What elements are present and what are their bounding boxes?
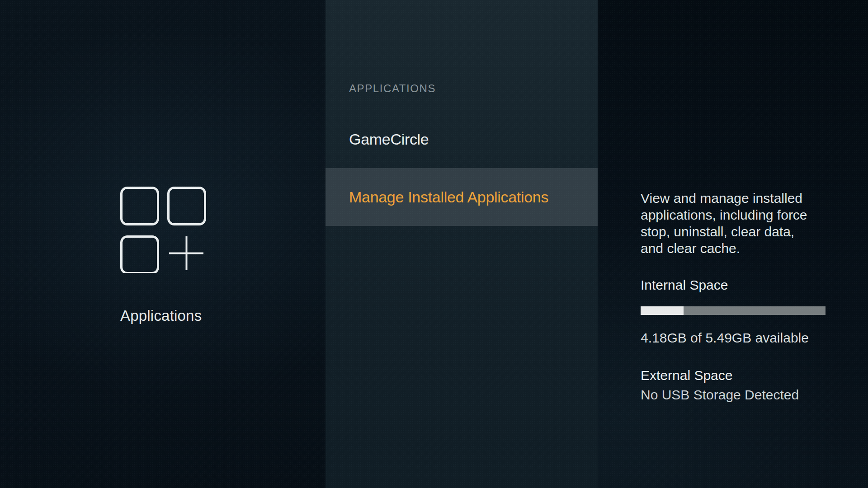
external-space-status: No USB Storage Detected	[641, 386, 840, 403]
menu-item-label: GameCircle	[349, 131, 429, 148]
internal-space-bar	[641, 306, 826, 315]
internal-space-title: Internal Space	[641, 277, 840, 293]
description-line: View and manage installed	[641, 190, 840, 206]
menu-item-gamecircle[interactable]: GameCircle	[326, 110, 598, 168]
description-line: stop, uninstall, clear data,	[641, 223, 840, 240]
internal-space-available: 4.18GB of 5.49GB available	[641, 329, 840, 346]
menu-item-manage-installed-applications[interactable]: Manage Installed Applications	[326, 168, 598, 226]
menu-section-header: APPLICATIONS	[349, 81, 436, 96]
internal-space-bar-fill	[641, 306, 684, 315]
description-line: applications, including force	[641, 206, 840, 223]
applications-grid-plus-icon	[120, 186, 206, 273]
category-panel: Applications	[0, 0, 326, 488]
category-label: Applications	[120, 307, 202, 324]
fire-tv-settings-screen: Applications APPLICATIONS GameCircle Man…	[0, 0, 868, 488]
item-description: View and manage installed applications, …	[641, 190, 840, 257]
external-space-title: External Space	[641, 367, 840, 384]
detail-panel: View and manage installed applications, …	[598, 0, 868, 488]
description-line: and clear cache.	[641, 240, 840, 257]
category-tile-applications[interactable]	[120, 186, 206, 273]
menu-panel: APPLICATIONS GameCircle Manage Installed…	[326, 0, 598, 488]
menu-item-selected-label: Manage Installed Applications	[349, 188, 548, 206]
